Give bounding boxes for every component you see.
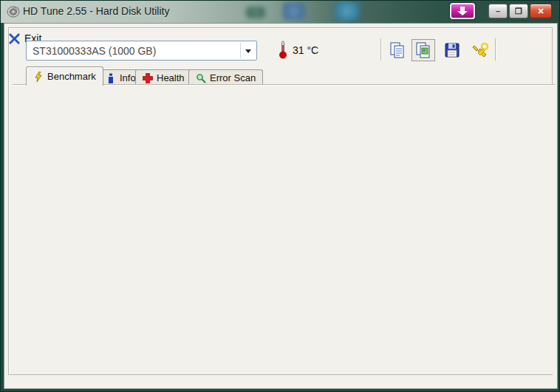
copy-screenshot-button[interactable] bbox=[412, 39, 435, 61]
tab-benchmark-label: Benchmark bbox=[47, 71, 96, 82]
exit-icon bbox=[9, 33, 20, 44]
capture-button[interactable] bbox=[450, 3, 475, 19]
minimize-icon: – bbox=[496, 7, 500, 16]
toolbar-separator bbox=[380, 38, 381, 61]
tab-content-panel bbox=[13, 85, 556, 374]
toolbar-separator bbox=[495, 38, 496, 61]
copy-screenshot-icon bbox=[414, 41, 432, 59]
tab-health[interactable]: Health bbox=[135, 69, 192, 86]
copy-button[interactable] bbox=[387, 40, 408, 61]
tab-info-label: Info bbox=[120, 72, 136, 83]
options-button[interactable] bbox=[470, 40, 491, 61]
maximize-button[interactable]: ❐ bbox=[509, 4, 528, 18]
tab-health-label: Health bbox=[157, 72, 185, 83]
lightning-icon bbox=[33, 72, 44, 82]
drive-select-value: ST31000333AS (1000 GB) bbox=[33, 45, 156, 57]
temperature-value: 31 °C bbox=[293, 44, 318, 56]
save-button[interactable] bbox=[442, 40, 462, 61]
desktop-blob bbox=[246, 7, 265, 18]
maximize-icon: ❐ bbox=[515, 7, 522, 16]
client-area: ST31000333AS (1000 GB) 31 °C bbox=[4, 23, 558, 389]
desktop-blob bbox=[335, 1, 360, 21]
desktop-blob bbox=[283, 2, 305, 20]
drive-select[interactable]: ST31000333AS (1000 GB) bbox=[26, 41, 257, 61]
magnifier-icon bbox=[196, 73, 206, 83]
tab-errorscan[interactable]: Error Scan bbox=[188, 69, 263, 86]
title-bar: HD Tune 2.55 - Hard Disk Utility – ❐ ✕ bbox=[1, 1, 560, 23]
tab-errorscan-label: Error Scan bbox=[210, 72, 256, 83]
info-icon bbox=[106, 73, 116, 83]
copy-icon bbox=[389, 41, 406, 59]
minimize-button[interactable]: – bbox=[488, 4, 508, 18]
tab-benchmark[interactable]: Benchmark bbox=[26, 66, 103, 86]
wrench-icon bbox=[471, 41, 489, 59]
thermometer-icon bbox=[277, 39, 289, 60]
window-title: HD Tune 2.55 - Hard Disk Utility bbox=[23, 5, 169, 17]
chevron-down-icon[interactable] bbox=[240, 43, 255, 58]
red-cross-icon bbox=[143, 73, 153, 83]
down-arrow-icon bbox=[457, 6, 468, 16]
hard-disk-icon bbox=[7, 5, 20, 18]
main-panel: ST31000333AS (1000 GB) 31 °C bbox=[8, 27, 553, 375]
close-button[interactable]: ✕ bbox=[530, 4, 552, 18]
save-icon bbox=[443, 41, 461, 59]
app-window: HD Tune 2.55 - Hard Disk Utility – ❐ ✕ S… bbox=[0, 0, 560, 392]
close-icon: ✕ bbox=[537, 7, 544, 16]
